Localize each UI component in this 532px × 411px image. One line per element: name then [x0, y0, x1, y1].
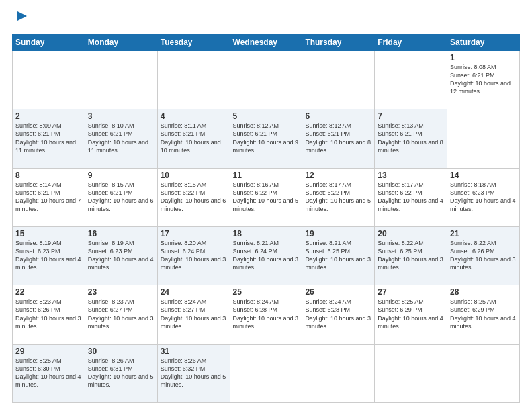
day-number: 14 — [450, 171, 517, 180]
calendar-week-row: 1Sunrise: 8:08 AMSunset: 6:21 PMDaylight… — [13, 51, 520, 109]
day-of-week-header: Sunday — [13, 34, 85, 51]
day-number: 11 — [233, 171, 300, 180]
day-of-week-header: Thursday — [302, 34, 375, 51]
day-number: 28 — [450, 287, 517, 297]
calendar-day-cell: 27Sunrise: 8:25 AMSunset: 6:29 PMDayligh… — [375, 285, 447, 344]
calendar-day-cell: 23Sunrise: 8:23 AMSunset: 6:27 PMDayligh… — [85, 285, 157, 344]
page: SundayMondayTuesdayWednesdayThursdayFrid… — [0, 0, 532, 411]
header — [12, 12, 520, 27]
day-number: 21 — [450, 229, 517, 238]
day-number: 24 — [161, 287, 227, 297]
empty-cell — [302, 344, 375, 402]
day-info: Sunrise: 8:12 AMSunset: 6:21 PMDaylight:… — [233, 122, 300, 154]
calendar-day-cell: 18Sunrise: 8:21 AMSunset: 6:24 PMDayligh… — [230, 226, 302, 285]
empty-cell — [85, 51, 157, 109]
day-info: Sunrise: 8:23 AMSunset: 6:26 PMDaylight:… — [15, 298, 82, 330]
day-number: 12 — [305, 171, 371, 180]
calendar-day-cell: 31Sunrise: 8:26 AMSunset: 6:32 PMDayligh… — [157, 344, 230, 402]
calendar-day-cell: 20Sunrise: 8:22 AMSunset: 6:25 PMDayligh… — [375, 226, 447, 285]
day-info: Sunrise: 8:24 AMSunset: 6:27 PMDaylight:… — [161, 298, 227, 330]
calendar-week-row: 2Sunrise: 8:09 AMSunset: 6:21 PMDaylight… — [13, 109, 520, 168]
day-of-week-header: Wednesday — [230, 34, 302, 51]
day-info: Sunrise: 8:09 AMSunset: 6:21 PMDaylight:… — [15, 122, 82, 154]
day-number: 16 — [88, 229, 154, 238]
day-of-week-header: Tuesday — [157, 34, 230, 51]
day-number: 3 — [88, 111, 154, 121]
day-number: 17 — [161, 229, 227, 238]
calendar-week-row: 22Sunrise: 8:23 AMSunset: 6:26 PMDayligh… — [13, 285, 520, 344]
calendar-day-cell: 21Sunrise: 8:22 AMSunset: 6:26 PMDayligh… — [447, 226, 520, 285]
day-info: Sunrise: 8:18 AMSunset: 6:23 PMDaylight:… — [450, 181, 517, 214]
day-info: Sunrise: 8:24 AMSunset: 6:28 PMDaylight:… — [233, 298, 300, 330]
calendar-day-cell: 4Sunrise: 8:11 AMSunset: 6:21 PMDaylight… — [157, 109, 230, 168]
calendar-day-cell: 12Sunrise: 8:17 AMSunset: 6:22 PMDayligh… — [302, 168, 375, 226]
day-number: 10 — [161, 171, 227, 180]
day-of-week-header: Monday — [85, 34, 157, 51]
day-info: Sunrise: 8:16 AMSunset: 6:22 PMDaylight:… — [233, 181, 300, 214]
day-of-week-header: Saturday — [447, 34, 520, 51]
empty-cell — [375, 344, 447, 402]
calendar-day-cell: 26Sunrise: 8:24 AMSunset: 6:28 PMDayligh… — [302, 285, 375, 344]
day-of-week-header: Friday — [375, 34, 447, 51]
calendar-week-row: 29Sunrise: 8:25 AMSunset: 6:30 PMDayligh… — [13, 344, 520, 402]
calendar-day-cell: 17Sunrise: 8:20 AMSunset: 6:24 PMDayligh… — [157, 226, 230, 285]
day-info: Sunrise: 8:23 AMSunset: 6:27 PMDaylight:… — [88, 298, 154, 330]
calendar-day-cell: 15Sunrise: 8:19 AMSunset: 6:23 PMDayligh… — [13, 226, 85, 285]
calendar-day-cell: 3Sunrise: 8:10 AMSunset: 6:21 PMDaylight… — [85, 109, 157, 168]
empty-cell — [157, 51, 230, 109]
calendar-day-cell: 6Sunrise: 8:12 AMSunset: 6:21 PMDaylight… — [302, 109, 375, 168]
day-number: 29 — [15, 347, 82, 356]
day-number: 31 — [161, 347, 227, 356]
calendar-day-cell: 19Sunrise: 8:21 AMSunset: 6:25 PMDayligh… — [302, 226, 375, 285]
day-number: 22 — [15, 287, 82, 297]
day-number: 1 — [450, 53, 517, 62]
day-info: Sunrise: 8:14 AMSunset: 6:21 PMDaylight:… — [15, 181, 82, 214]
day-number: 27 — [378, 287, 444, 297]
calendar-table: SundayMondayTuesdayWednesdayThursdayFrid… — [12, 34, 520, 403]
calendar-day-cell: 14Sunrise: 8:18 AMSunset: 6:23 PMDayligh… — [447, 168, 520, 226]
day-number: 6 — [305, 111, 371, 121]
logo-arrow-icon — [15, 9, 30, 24]
calendar-day-cell: 9Sunrise: 8:15 AMSunset: 6:21 PMDaylight… — [85, 168, 157, 226]
calendar-day-cell: 10Sunrise: 8:15 AMSunset: 6:22 PMDayligh… — [157, 168, 230, 226]
calendar-header-row: SundayMondayTuesdayWednesdayThursdayFrid… — [13, 34, 520, 51]
calendar-day-cell: 5Sunrise: 8:12 AMSunset: 6:21 PMDaylight… — [230, 109, 302, 168]
day-number: 15 — [15, 229, 82, 238]
empty-cell — [447, 344, 520, 402]
day-number: 13 — [378, 171, 444, 180]
day-number: 25 — [233, 287, 300, 297]
day-info: Sunrise: 8:13 AMSunset: 6:21 PMDaylight:… — [378, 122, 444, 154]
day-info: Sunrise: 8:25 AMSunset: 6:29 PMDaylight:… — [378, 298, 444, 330]
day-number: 2 — [15, 111, 82, 121]
empty-cell — [13, 51, 85, 109]
day-number: 19 — [305, 229, 371, 238]
day-info: Sunrise: 8:22 AMSunset: 6:26 PMDaylight:… — [450, 239, 517, 272]
calendar-week-row: 15Sunrise: 8:19 AMSunset: 6:23 PMDayligh… — [13, 226, 520, 285]
day-info: Sunrise: 8:15 AMSunset: 6:22 PMDaylight:… — [161, 181, 227, 214]
day-number: 18 — [233, 229, 300, 238]
logo — [12, 12, 30, 27]
calendar-day-cell: 2Sunrise: 8:09 AMSunset: 6:21 PMDaylight… — [13, 109, 85, 168]
day-info: Sunrise: 8:21 AMSunset: 6:24 PMDaylight:… — [233, 239, 300, 272]
calendar-week-row: 8Sunrise: 8:14 AMSunset: 6:21 PMDaylight… — [13, 168, 520, 226]
day-info: Sunrise: 8:19 AMSunset: 6:23 PMDaylight:… — [15, 239, 82, 272]
empty-cell — [230, 51, 302, 109]
day-number: 9 — [88, 171, 154, 180]
day-info: Sunrise: 8:21 AMSunset: 6:25 PMDaylight:… — [305, 239, 371, 272]
day-number: 4 — [161, 111, 227, 121]
day-info: Sunrise: 8:22 AMSunset: 6:25 PMDaylight:… — [378, 239, 444, 272]
calendar-day-cell: 13Sunrise: 8:17 AMSunset: 6:22 PMDayligh… — [375, 168, 447, 226]
day-info: Sunrise: 8:17 AMSunset: 6:22 PMDaylight:… — [305, 181, 371, 214]
calendar-day-cell: 24Sunrise: 8:24 AMSunset: 6:27 PMDayligh… — [157, 285, 230, 344]
day-info: Sunrise: 8:15 AMSunset: 6:21 PMDaylight:… — [88, 181, 154, 214]
calendar-day-cell: 29Sunrise: 8:25 AMSunset: 6:30 PMDayligh… — [13, 344, 85, 402]
empty-cell — [230, 344, 302, 402]
day-info: Sunrise: 8:08 AMSunset: 6:21 PMDaylight:… — [450, 63, 517, 96]
calendar-day-cell: 16Sunrise: 8:19 AMSunset: 6:23 PMDayligh… — [85, 226, 157, 285]
day-info: Sunrise: 8:11 AMSunset: 6:21 PMDaylight:… — [161, 122, 227, 154]
day-info: Sunrise: 8:10 AMSunset: 6:21 PMDaylight:… — [88, 122, 154, 154]
day-info: Sunrise: 8:24 AMSunset: 6:28 PMDaylight:… — [305, 298, 371, 330]
calendar-day-cell: 7Sunrise: 8:13 AMSunset: 6:21 PMDaylight… — [375, 109, 447, 168]
day-info: Sunrise: 8:19 AMSunset: 6:23 PMDaylight:… — [88, 239, 154, 272]
svg-marker-0 — [17, 11, 27, 21]
